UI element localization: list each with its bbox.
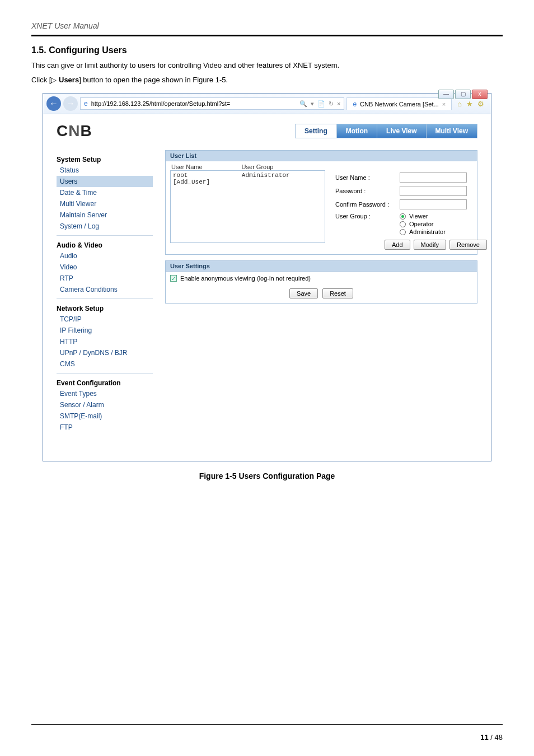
sidebar-head-av: Audio & Video <box>57 241 153 249</box>
address-bar-row: ← → e http://192.168.123.25/html/operato… <box>43 94 491 114</box>
section-heading: 1.5. Configuring Users <box>31 45 503 55</box>
tab-multiview[interactable]: Multi View <box>427 124 477 138</box>
radio-operator[interactable] <box>400 221 406 227</box>
click-bold: Users <box>57 76 79 84</box>
cell-username: root <box>173 172 242 179</box>
label-username: User Name : <box>335 174 400 181</box>
table-row[interactable]: root Administrator <box>173 172 322 179</box>
remove-button[interactable]: Remove <box>449 240 487 250</box>
click-prefix: Click [ <box>31 76 51 84</box>
sidebar-item-tcpip[interactable]: TCP/IP <box>57 314 153 325</box>
label-confirm: Confirm Password : <box>335 201 400 208</box>
main-panel: User List User Name User Group root <box>165 150 477 438</box>
back-button[interactable]: ← <box>46 96 61 111</box>
figure-caption: Figure 1-5 Users Configuration Page <box>31 472 503 480</box>
sidebar-item-camera[interactable]: Camera Conditions <box>57 284 153 295</box>
sidebar-item-audio[interactable]: Audio <box>57 250 153 262</box>
tools-icon[interactable]: ⚙ <box>477 100 484 108</box>
forward-button[interactable]: → <box>63 96 78 111</box>
logo-n: N <box>68 122 80 139</box>
reset-button[interactable]: Reset <box>322 288 353 298</box>
add-button[interactable]: Add <box>385 240 410 250</box>
cert-icon[interactable]: 📄 <box>317 100 325 108</box>
checkbox-label: Enable anonymous viewing (log-in not req… <box>180 275 311 282</box>
sidebar-item-users[interactable]: Users <box>57 176 153 187</box>
click-suffix: ] button to open the page shown in Figur… <box>79 76 228 84</box>
input-username[interactable] <box>400 172 467 183</box>
save-button[interactable]: Save <box>289 288 318 298</box>
window-maximize-button[interactable]: ▢ <box>455 90 471 99</box>
sidebar-item-datetime[interactable]: Date & Time <box>57 187 153 198</box>
page-number: 11 / 48 <box>480 733 503 741</box>
radio-label-viewer: Viewer <box>409 213 428 220</box>
sidebar-item-eventtypes[interactable]: Event Types <box>57 388 153 399</box>
divider <box>31 35 503 36</box>
logo-b: B <box>80 122 92 139</box>
input-password[interactable] <box>400 186 467 196</box>
radio-label-administrator: Administrator <box>409 228 446 235</box>
userlist-title: User List <box>165 150 477 161</box>
sidebar-item-systemlog[interactable]: System / Log <box>57 221 153 232</box>
logo-c: C <box>57 122 68 139</box>
radio-administrator[interactable] <box>400 229 406 235</box>
browser-tab[interactable]: e CNB Network Camera [Set... × <box>346 97 452 110</box>
sidebar-head-network: Network Setup <box>57 305 153 312</box>
page-icon: e <box>84 100 88 108</box>
checkbox-anonymous[interactable]: ✓ <box>170 275 177 282</box>
sidebar-item-cms[interactable]: CMS <box>57 358 153 370</box>
page-current: 11 <box>480 733 488 741</box>
tab-favicon: e <box>353 100 357 108</box>
dropdown-icon[interactable]: ▾ <box>311 100 314 108</box>
sidebar-item-rtp[interactable]: RTP <box>57 273 153 284</box>
table-row[interactable]: [Add_User] <box>173 179 322 185</box>
radio-viewer[interactable] <box>400 213 406 220</box>
url-text: http://192.168.123.25/html/operator/Setu… <box>91 100 231 107</box>
modify-button[interactable]: Modify <box>414 240 446 250</box>
tab-setting[interactable]: Setting <box>295 124 337 138</box>
favorites-icon[interactable]: ★ <box>466 100 473 108</box>
user-list-table[interactable]: root Administrator [Add_User] <box>170 170 325 243</box>
sidebar-item-ftp[interactable]: FTP <box>57 422 153 433</box>
footer-divider <box>31 724 503 725</box>
sidebar-item-multiviewer[interactable]: Multi Viewer <box>57 198 153 209</box>
brand-logo: CNB <box>57 122 92 140</box>
window-close-button[interactable]: x <box>472 90 488 99</box>
tab-motion[interactable]: Motion <box>337 124 377 138</box>
input-confirm-password[interactable] <box>400 199 467 209</box>
radio-label-operator: Operator <box>409 221 433 227</box>
sidebar-item-ipfilter[interactable]: IP Filtering <box>57 325 153 336</box>
sidebar-item-upnp[interactable]: UPnP / DynDNS / BJR <box>57 347 153 358</box>
search-icon[interactable]: 🔍 <box>299 100 307 108</box>
sidebar-item-maintain[interactable]: Maintain Server <box>57 209 153 221</box>
url-box[interactable]: e http://192.168.123.25/html/operator/Se… <box>80 97 344 110</box>
window-minimize-button[interactable]: — <box>438 90 454 99</box>
stop-icon[interactable]: × <box>337 100 340 107</box>
col-header-usergroup: User Group <box>242 164 274 170</box>
usersettings-title: User Settings <box>165 260 477 271</box>
sidebar-item-video[interactable]: Video <box>57 262 153 273</box>
sidebar: System Setup Status Users Date & Time Mu… <box>57 150 153 438</box>
label-usergroup: User Group : <box>335 213 400 220</box>
sidebar-head-system: System Setup <box>57 156 153 164</box>
browser-window: — ▢ x ← → e http://192.168.123.25/html/o… <box>43 93 491 461</box>
col-header-username: User Name <box>171 164 242 170</box>
tab-liveview[interactable]: Live View <box>377 124 426 138</box>
triangle-icon: ▷ <box>51 76 57 84</box>
page-total: 48 <box>495 733 503 741</box>
cell-username: [Add_User] <box>173 179 242 185</box>
page-sep: / <box>489 733 495 741</box>
sidebar-item-status[interactable]: Status <box>57 165 153 176</box>
cell-group: Administrator <box>242 172 290 179</box>
click-instruction: Click [▷ Users] button to open the page … <box>31 74 503 86</box>
tab-close-icon[interactable]: × <box>442 101 446 108</box>
sidebar-item-smtp[interactable]: SMTP(E-mail) <box>57 410 153 422</box>
refresh-icon[interactable]: ↻ <box>329 100 334 108</box>
sidebar-head-event: Event Configuration <box>57 379 153 387</box>
sidebar-item-http[interactable]: HTTP <box>57 336 153 347</box>
sidebar-item-sensor[interactable]: Sensor / Alarm <box>57 399 153 410</box>
tab-title: CNB Network Camera [Set... <box>360 101 439 108</box>
label-password: Password : <box>335 188 400 194</box>
doc-header: XNET User Manual <box>31 21 503 30</box>
home-icon[interactable]: ⌂ <box>457 100 462 108</box>
intro-text: This can give or limit authority to user… <box>31 60 503 71</box>
